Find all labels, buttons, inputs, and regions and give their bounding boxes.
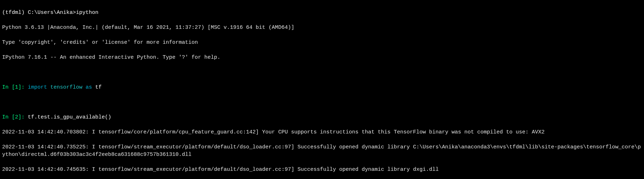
log-line: 2022-11-03 14:42:40.735225: I tensorflow… <box>2 143 642 158</box>
code-text: tf.test.is_gpu_available() <box>28 114 111 120</box>
shell-prompt-line: (tfdml) C:\Users\Anika>ipython <box>2 9 642 16</box>
in-prompt: In [1]: <box>2 84 28 90</box>
python-type-line: Type 'copyright', 'credits' or 'license'… <box>2 39 642 46</box>
blank-line <box>2 69 642 76</box>
terminal-output[interactable]: (tfdml) C:\Users\Anika>ipython Python 3.… <box>0 0 644 179</box>
shell-command: ipython <box>76 10 98 16</box>
ipython-banner-line: IPython 7.16.1 -- An enhanced Interactiv… <box>2 54 642 61</box>
log-line: 2022-11-03 14:42:40.745635: I tensorflow… <box>2 166 642 173</box>
module-name: tensorflow <box>50 84 86 90</box>
in-1-line: In [1]: import tensorflow as tf <box>2 84 642 91</box>
log-line: 2022-11-03 14:42:40.703802: I tensorflow… <box>2 128 642 136</box>
in-2-line: In [2]: tf.test.is_gpu_available() <box>2 114 642 121</box>
alias-name: tf <box>95 84 102 90</box>
python-version-line: Python 3.6.13 |Anaconda, Inc.| (default,… <box>2 24 642 31</box>
shell-prompt: (tfdml) C:\Users\Anika> <box>2 10 76 16</box>
keyword-import: import <box>28 84 50 90</box>
blank-line <box>2 99 642 106</box>
keyword-as: as <box>86 84 95 90</box>
in-prompt: In [2]: <box>2 114 28 120</box>
